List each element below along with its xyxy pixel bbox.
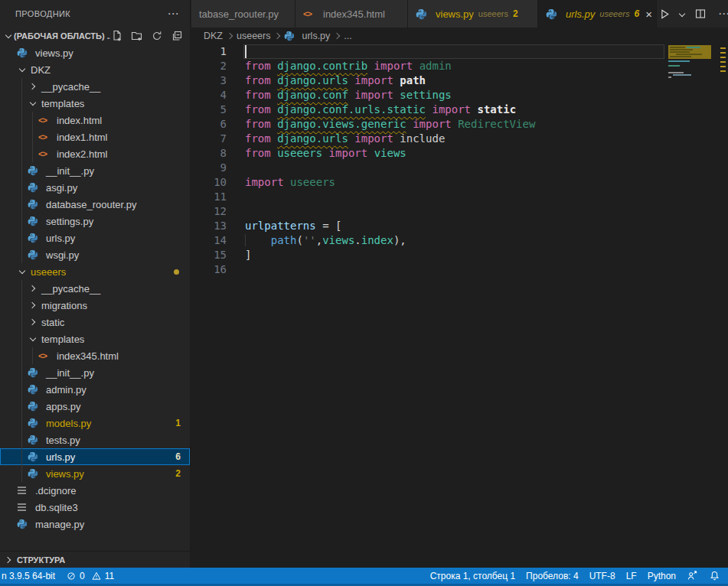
tree-item-index345-html[interactable]: <>index345.html xyxy=(0,347,190,364)
breadcrumb-item[interactable]: urls.py xyxy=(302,31,330,41)
tree-item-dkz[interactable]: DKZ xyxy=(0,61,190,78)
tree-item-templates[interactable]: templates xyxy=(0,330,190,347)
outline-section-header[interactable]: СТРУКТУРА xyxy=(0,551,190,568)
indentation-status[interactable]: Пробелов: 4 xyxy=(521,571,584,581)
html-icon: <> xyxy=(303,9,312,18)
workspace-section-header[interactable]: (РАБОЧАЯ ОБЛАСТЬ) ... xyxy=(0,28,190,44)
tree-item-admin-py[interactable]: admin.py xyxy=(0,381,190,398)
cursor-position-status[interactable]: Строка 1, столбец 1 xyxy=(425,571,521,581)
code-line-2[interactable]: 2from django.contrib import admin xyxy=(191,59,728,73)
notifications-button[interactable] xyxy=(704,570,728,581)
tree-item-templates[interactable]: templates xyxy=(0,95,190,112)
code-token xyxy=(367,60,374,72)
code-line-7[interactable]: 7from django.urls import include xyxy=(191,132,728,146)
tree-item-tests-py[interactable]: tests.py xyxy=(0,431,190,448)
breadcrumb-item[interactable]: DKZ xyxy=(204,31,223,41)
tree-item-models-py[interactable]: models.py1 xyxy=(0,415,190,431)
tree-item--init-py[interactable]: __init__.py xyxy=(0,364,190,381)
split-editor-button[interactable] xyxy=(694,7,707,21)
run-button[interactable] xyxy=(657,7,671,21)
tree-item-settings-py[interactable]: settings.py xyxy=(0,213,190,230)
code-editor[interactable]: 12from django.contrib import admin3from … xyxy=(191,44,728,568)
line-number: 7 xyxy=(191,132,227,146)
indent-guide xyxy=(21,162,22,179)
bell-icon xyxy=(709,570,720,581)
overview-ruler[interactable] xyxy=(717,44,728,136)
tree-item-index-html[interactable]: <>index.html xyxy=(0,112,190,129)
line-content: from useeers import views xyxy=(227,146,406,161)
new-file-button[interactable] xyxy=(110,29,124,43)
tree-item-apps-py[interactable]: apps.py xyxy=(0,398,190,415)
tree-item-static[interactable]: static xyxy=(0,314,190,330)
tree-item-views-py[interactable]: views.py2 xyxy=(0,465,190,482)
eol-status[interactable]: LF xyxy=(621,571,642,581)
code-token: django.conf.urls.static xyxy=(277,103,426,116)
refresh-button[interactable] xyxy=(150,29,164,43)
tree-item-wsgi-py[interactable]: wsgi.py xyxy=(0,246,190,263)
code-token: django.conf xyxy=(277,89,348,101)
tab-tabase-roouter-py[interactable]: tabase_roouter.py xyxy=(191,0,295,28)
problems-status[interactable]: 0 11 xyxy=(60,568,119,584)
tab-label: tabase_roouter.py xyxy=(199,8,279,20)
code-line-10[interactable]: 10import useeers xyxy=(191,175,728,190)
breadcrumb[interactable]: DKZuseeersurls.py... xyxy=(191,28,728,44)
indent-guide xyxy=(21,381,22,398)
code-line-3[interactable]: 3from django.urls import path xyxy=(191,73,728,88)
code-line-9[interactable]: 9 xyxy=(191,161,728,175)
feedback-button[interactable] xyxy=(681,570,704,581)
editor-more-actions-icon[interactable]: ⋯ xyxy=(715,7,728,21)
tree-item-index2-html[interactable]: <>index2.html xyxy=(0,145,190,162)
run-dropdown-chevron-icon[interactable] xyxy=(678,10,686,18)
tab-folder-hint: useeers xyxy=(599,9,629,18)
breadcrumb-item[interactable]: useeers xyxy=(237,31,270,41)
tree-item-db-sqlite3[interactable]: db.sqlite3 xyxy=(0,499,190,516)
code-line-14[interactable]: 14 path('',views.index), xyxy=(191,233,728,248)
tree-item-urls-py[interactable]: urls.py xyxy=(0,230,190,246)
encoding-status[interactable]: UTF-8 xyxy=(584,571,621,581)
tree-item-urls-py[interactable]: urls.py6 xyxy=(0,448,190,465)
tab-views-py[interactable]: views.pyuseeers2 xyxy=(408,0,538,28)
html-icon: <> xyxy=(38,149,47,158)
code-token xyxy=(406,118,413,130)
line-content xyxy=(227,44,245,59)
tree-item-database-roouter-py[interactable]: database_roouter.py xyxy=(0,196,190,213)
python-icon xyxy=(546,8,561,20)
tree-item--dcignore[interactable]: .dcignore xyxy=(0,482,190,499)
code-line-13[interactable]: 13urlpatterns = [ xyxy=(191,219,728,233)
line-content: import useeers xyxy=(227,175,335,190)
code-line-15[interactable]: 15] xyxy=(191,248,728,262)
python-interpreter-status[interactable]: n 3.9.5 64-bit xyxy=(0,568,60,584)
tree-item-index1-html[interactable]: <>index1.html xyxy=(0,129,190,145)
code-line-5[interactable]: 5from django.conf.urls.static import sta… xyxy=(191,103,728,117)
line-number: 15 xyxy=(191,248,227,262)
code-line-4[interactable]: 4from django.conf import settings xyxy=(191,88,728,103)
tree-item-migrations[interactable]: migrations xyxy=(0,297,190,314)
tree-item--pycache-[interactable]: __pycache__ xyxy=(0,78,190,95)
tree-item-asgi-py[interactable]: asgi.py xyxy=(0,179,190,196)
new-folder-button[interactable] xyxy=(130,29,144,43)
code-line-16[interactable]: 16 xyxy=(191,262,728,277)
code-line-12[interactable]: 12 xyxy=(191,204,728,219)
code-line-11[interactable]: 11 xyxy=(191,190,728,204)
close-icon[interactable]: × xyxy=(645,8,652,21)
tab-urls-py[interactable]: urls.pyuseeers6× xyxy=(538,0,657,28)
tree-item--init-py[interactable]: __init__.py xyxy=(0,162,190,179)
code-line-8[interactable]: 8from useeers import views xyxy=(191,146,728,161)
tree-item-views-py[interactable]: views.py xyxy=(0,44,190,61)
explorer-more-actions-icon[interactable]: ⋯ xyxy=(165,7,182,21)
code-line-6[interactable]: 6from django.views.generic import Redire… xyxy=(191,117,728,132)
tree-item--pycache-[interactable]: __pycache__ xyxy=(0,280,190,297)
tree-item-useeers[interactable]: useeers xyxy=(0,263,190,280)
python-icon xyxy=(28,435,38,445)
tree-item-manage-py[interactable]: manage.py xyxy=(0,516,190,532)
tab-index345-html[interactable]: <>index345.html xyxy=(295,0,408,28)
code-line-1[interactable]: 1 xyxy=(191,44,728,59)
line-content: urlpatterns = [ xyxy=(227,219,341,233)
breadcrumb-item[interactable]: ... xyxy=(344,31,351,41)
chevron-down-icon xyxy=(17,64,28,75)
collapse-folders-button[interactable] xyxy=(170,29,184,43)
minimap[interactable] xyxy=(667,44,716,134)
python-icon xyxy=(28,216,38,226)
line-number: 8 xyxy=(191,146,227,161)
language-mode-status[interactable]: Python xyxy=(642,571,681,581)
